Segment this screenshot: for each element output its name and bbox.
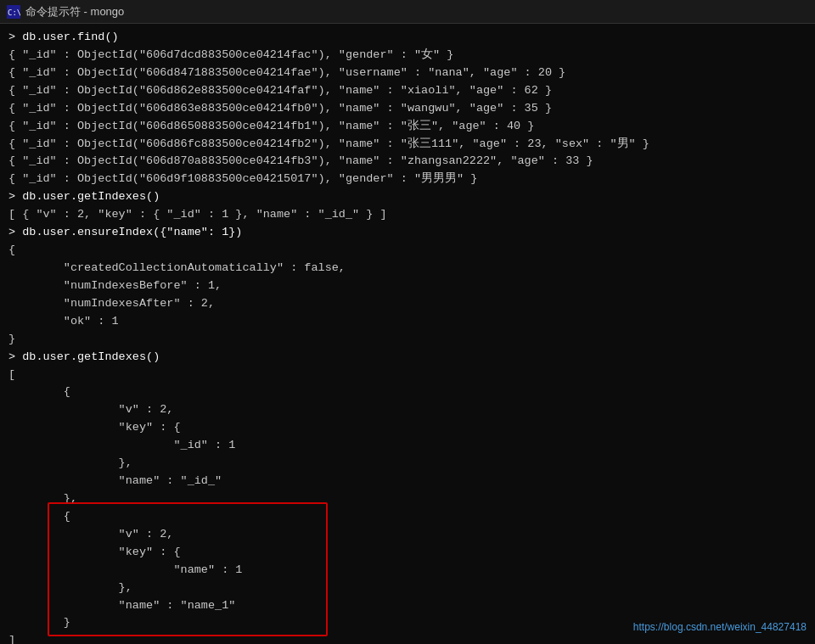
line-12: > db.user.ensureIndex({"name": 1}): [8, 224, 807, 242]
line-4: { "_id" : ObjectId("606d862e883500ce0421…: [8, 82, 807, 100]
line-6: { "_id" : ObjectId("606d8650883500ce0421…: [8, 118, 807, 136]
line-5: { "_id" : ObjectId("606d863e883500ce0421…: [8, 100, 807, 118]
line-3: { "_id" : ObjectId("606d8471883500ce0421…: [8, 64, 807, 82]
line-28: {: [8, 508, 807, 526]
line-8: { "_id" : ObjectId("606d870a883500ce0421…: [8, 153, 807, 171]
line-2: { "_id" : ObjectId("606d7dcd883500ce0421…: [8, 47, 807, 64]
line-10: > db.user.getIndexes(): [8, 188, 807, 206]
line-17: "ok" : 1: [8, 313, 807, 331]
line-32: },: [8, 580, 807, 597]
svg-text:C:\: C:\: [8, 8, 20, 17]
line-13: {: [8, 242, 807, 260]
line-20: [: [8, 367, 807, 384]
line-22: "v" : 2,: [8, 401, 807, 419]
line-14: "createdCollectionAutomatically" : false…: [8, 260, 807, 277]
cmd-icon: C:\: [7, 5, 20, 19]
line-16: "numIndexesAfter" : 2,: [8, 295, 807, 313]
title-bar-text: 命令提示符 - mongo: [25, 4, 124, 20]
line-19: > db.user.getIndexes(): [8, 349, 807, 367]
line-23: "key" : {: [8, 419, 807, 437]
line-11: [ { "v" : 2, "key" : { "_id" : 1 }, "nam…: [8, 206, 807, 224]
line-27: },: [8, 490, 807, 508]
terminal: > db.user.find() { "_id" : ObjectId("606…: [0, 24, 815, 644]
line-31: "name" : 1: [8, 562, 807, 580]
line-15: "numIndexesBefore" : 1,: [8, 277, 807, 295]
line-25: },: [8, 455, 807, 473]
line-21: {: [8, 384, 807, 401]
line-30: "key" : {: [8, 544, 807, 562]
line-7: { "_id" : ObjectId("606d86fc883500ce0421…: [8, 136, 807, 154]
watermark: https://blog.csdn.net/weixin_44827418: [633, 619, 807, 636]
line-24: "_id" : 1: [8, 437, 807, 455]
line-1: > db.user.find(): [8, 29, 807, 47]
line-26: "name" : "_id_": [8, 473, 807, 490]
line-29: "v" : 2,: [8, 526, 807, 544]
line-9: { "_id" : ObjectId("606d9f10883500ce0421…: [8, 171, 807, 188]
line-33: "name" : "name_1": [8, 597, 807, 615]
title-bar: C:\ 命令提示符 - mongo: [0, 0, 815, 24]
line-18: }: [8, 331, 807, 349]
